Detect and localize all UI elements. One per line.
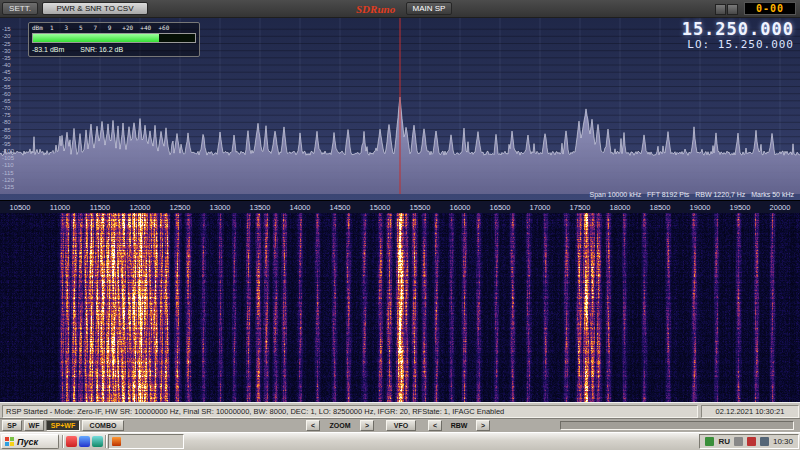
svg-text:-125: -125	[2, 184, 15, 190]
app-icon	[112, 437, 121, 446]
svg-text:-95: -95	[2, 141, 11, 147]
sp-button[interactable]: SP	[2, 420, 22, 431]
svg-text:-35: -35	[2, 55, 11, 61]
tray-icon-2[interactable]	[734, 437, 743, 446]
sdruno-app: SETT. PWR & SNR TO CSV SDRuno MAIN SP 0-…	[0, 0, 800, 450]
rbw-down-button[interactable]: <	[428, 420, 442, 431]
meter-bar	[32, 33, 196, 43]
speaker-icon[interactable]	[760, 437, 769, 446]
clock[interactable]: 10:30	[773, 437, 793, 446]
svg-text:-105: -105	[2, 155, 15, 161]
freq-tick-label: 18500	[650, 203, 671, 212]
zoom-out-button[interactable]: <	[306, 420, 320, 431]
freq-tick-label: 11000	[50, 203, 70, 212]
workspace-indicator: 0-00	[744, 2, 796, 15]
freq-tick-label: 18000	[610, 203, 631, 212]
taskbar-separator	[105, 435, 106, 448]
svg-text:-110: -110	[2, 162, 14, 168]
waterfall-display[interactable]	[0, 213, 800, 402]
signal-meter: dBm 1 3 5 7 9 +20 +40 +60 -83.1 dBm SNR:…	[28, 22, 200, 57]
frequency-axis: 1050011000115001200012500130001350014000…	[0, 200, 800, 213]
freq-tick-label: 19500	[730, 203, 751, 212]
svg-text:-75: -75	[2, 112, 11, 118]
zoom-label: ZOOM	[322, 420, 358, 431]
main-sp-button[interactable]: MAIN SP	[406, 2, 452, 15]
quicklaunch-icon-3[interactable]	[92, 436, 103, 447]
titlebar: SETT. PWR & SNR TO CSV SDRuno MAIN SP 0-…	[0, 0, 800, 18]
freq-tick-label: 15000	[370, 203, 391, 212]
freq-tick-label: 14500	[330, 203, 351, 212]
freq-tick-label: 14000	[290, 203, 311, 212]
svg-text:-25: -25	[2, 41, 11, 47]
status-message: RSP Started - Mode: Zero-IF, HW SR: 1000…	[2, 405, 698, 418]
svg-text:-15: -15	[2, 26, 11, 32]
taskbar-separator	[62, 435, 63, 448]
titlebar-mini-button-2[interactable]	[727, 4, 738, 15]
svg-text:-50: -50	[2, 76, 11, 82]
freq-tick-label: 16500	[490, 203, 511, 212]
zoom-in-button[interactable]: >	[360, 420, 374, 431]
freq-tick-label: 13000	[210, 203, 231, 212]
control-bar: SP WF SP+WF COMBO < ZOOM > VFO < RBW >	[0, 418, 800, 432]
combo-button[interactable]: COMBO	[82, 420, 124, 431]
freq-tick-label: 12000	[130, 203, 151, 212]
vfo-button[interactable]: VFO	[386, 420, 416, 431]
freq-tick-label: 19000	[690, 203, 711, 212]
svg-text:-120: -120	[2, 177, 15, 183]
sp-wf-button[interactable]: SP+WF	[46, 420, 80, 431]
freq-tick-label: 12500	[170, 203, 191, 212]
freq-tick-label: 17500	[570, 203, 591, 212]
svg-text:-90: -90	[2, 134, 11, 140]
svg-text:-30: -30	[2, 48, 11, 54]
svg-text:-45: -45	[2, 69, 11, 75]
quicklaunch-icon-2[interactable]	[79, 436, 90, 447]
titlebar-mini-button-1[interactable]	[715, 4, 726, 15]
meter-scale: dBm 1 3 5 7 9 +20 +40 +60	[32, 24, 196, 32]
meter-fill	[33, 34, 159, 42]
wf-button[interactable]: WF	[24, 420, 44, 431]
svg-text:-20: -20	[2, 33, 11, 39]
control-inset-panel	[560, 421, 794, 430]
svg-text:-65: -65	[2, 98, 11, 104]
freq-tick-label: 15500	[410, 203, 431, 212]
pwr-snr-csv-button[interactable]: PWR & SNR TO CSV	[42, 2, 148, 15]
windows-taskbar: Пуск RU 10:30	[0, 432, 800, 450]
svg-text:-60: -60	[2, 91, 11, 97]
svg-text:-55: -55	[2, 84, 11, 90]
quicklaunch-icon-1[interactable]	[66, 436, 77, 447]
svg-text:-115: -115	[2, 170, 14, 176]
svg-text:-70: -70	[2, 105, 11, 111]
power-reading: -83.1 dBm	[32, 45, 64, 54]
freq-tick-label: 16000	[450, 203, 471, 212]
svg-text:-85: -85	[2, 127, 11, 133]
svg-text:-100: -100	[2, 148, 15, 154]
settings-button[interactable]: SETT.	[2, 2, 38, 15]
sdruno-logo: SDRuno	[356, 3, 395, 15]
tuned-frequency[interactable]: 15.250.000	[682, 20, 794, 39]
freq-tick-label: 20000	[770, 203, 791, 212]
freq-tick-label: 10500	[10, 203, 31, 212]
svg-text:-80: -80	[2, 119, 11, 125]
svg-text:-40: -40	[2, 62, 11, 68]
freq-tick-label: 13500	[250, 203, 271, 212]
spectrum-display[interactable]: -15-20-25-30-35-40-45-50-55-60-65-70-75-…	[0, 18, 800, 200]
freq-tick-label: 17000	[530, 203, 551, 212]
tray-icon-3[interactable]	[747, 437, 756, 446]
freq-tick-label: 11500	[90, 203, 110, 212]
lo-frequency: LO: 15.250.000	[682, 39, 794, 51]
tray-icon-1[interactable]	[705, 437, 714, 446]
frequency-display[interactable]: 15.250.000 LO: 15.250.000	[682, 20, 794, 51]
snr-reading: SNR: 16.2 dB	[80, 45, 123, 54]
rbw-label: RBW	[444, 420, 474, 431]
span-info: Span 10000 kHz FFT 8192 Pts RBW 1220,7 H…	[589, 191, 794, 198]
language-indicator[interactable]: RU	[718, 437, 730, 446]
rbw-up-button[interactable]: >	[476, 420, 490, 431]
system-tray: RU 10:30	[699, 434, 799, 449]
start-label: Пуск	[17, 437, 38, 447]
status-bar: RSP Started - Mode: Zero-IF, HW SR: 1000…	[0, 402, 800, 418]
windows-logo-icon	[5, 437, 14, 446]
status-datetime: 02.12.2021 10:30:21	[701, 405, 799, 418]
taskbar-app-button[interactable]	[108, 434, 184, 449]
start-button[interactable]: Пуск	[1, 434, 59, 449]
